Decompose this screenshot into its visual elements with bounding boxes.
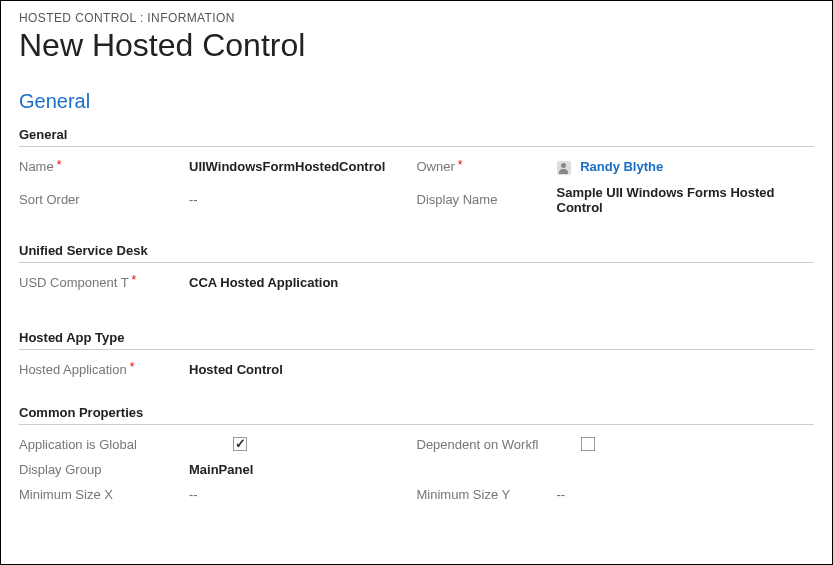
sort-order-field[interactable]: -- — [189, 192, 198, 207]
app-global-label: Application is Global — [19, 437, 189, 452]
owner-link[interactable]: Randy Blythe — [580, 159, 663, 174]
dep-workflow-label: Dependent on Workfl — [417, 437, 557, 452]
hosted-application-label: Hosted Application * — [19, 362, 189, 377]
usd-component-type-label-text: USD Component T — [19, 275, 129, 290]
owner-field[interactable]: Randy Blythe — [557, 159, 664, 175]
tab-general[interactable]: General — [19, 90, 814, 113]
min-x-label: Minimum Size X — [19, 487, 189, 502]
display-name-label: Display Name — [417, 192, 557, 207]
required-star-icon: * — [57, 158, 62, 172]
usd-component-type-label: USD Component T * — [19, 275, 189, 290]
display-name-field[interactable]: Sample UII Windows Forms Hosted Control — [557, 185, 815, 215]
sort-order-label: Sort Order — [19, 192, 189, 207]
hosted-application-label-text: Hosted Application — [19, 362, 127, 377]
name-field[interactable]: UIIWindowsFormHostedControl — [189, 159, 385, 174]
section-header-usd: Unified Service Desk — [19, 243, 814, 263]
dep-workflow-checkbox[interactable] — [581, 437, 595, 451]
required-star-icon: * — [458, 158, 463, 172]
person-icon — [557, 161, 571, 175]
required-star-icon: * — [130, 360, 135, 374]
owner-label-text: Owner — [417, 159, 455, 174]
app-global-checkbox[interactable] — [233, 437, 247, 451]
page-title: New Hosted Control — [19, 27, 814, 64]
display-group-field[interactable]: MainPanel — [189, 462, 253, 477]
display-group-label: Display Group — [19, 462, 189, 477]
owner-label: Owner * — [417, 159, 557, 174]
name-label-text: Name — [19, 159, 54, 174]
hosted-application-field[interactable]: Hosted Control — [189, 362, 283, 377]
min-y-field[interactable]: -- — [557, 487, 566, 502]
required-star-icon: * — [132, 273, 137, 287]
section-header-common: Common Properties — [19, 405, 814, 425]
name-label: Name * — [19, 159, 189, 174]
min-x-field[interactable]: -- — [189, 487, 198, 502]
min-y-label: Minimum Size Y — [417, 487, 557, 502]
usd-component-type-field[interactable]: CCA Hosted Application — [189, 275, 338, 290]
breadcrumb: HOSTED CONTROL : INFORMATION — [19, 11, 814, 25]
section-header-hosted-app: Hosted App Type — [19, 330, 814, 350]
section-header-general: General — [19, 127, 814, 147]
